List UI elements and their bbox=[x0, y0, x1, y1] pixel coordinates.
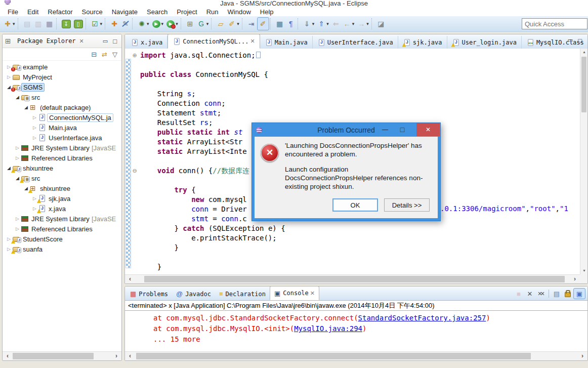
new-java-project-button[interactable]: ⊞ bbox=[185, 18, 196, 30]
close-tab-icon[interactable] bbox=[250, 38, 255, 45]
generate-button[interactable]: G▾ bbox=[196, 18, 211, 30]
collapse-all-button[interactable]: ⊟ bbox=[91, 51, 97, 58]
print-button[interactable]: ▦ bbox=[44, 18, 55, 30]
maximize-view-button[interactable] bbox=[110, 37, 119, 45]
close-tab-icon[interactable] bbox=[310, 290, 315, 297]
tree-item-x-java[interactable]: x.java bbox=[3, 203, 121, 214]
expander-collapsed-icon[interactable] bbox=[14, 145, 21, 150]
menu-edit[interactable]: Edit bbox=[23, 8, 43, 16]
dialog-close-button[interactable] bbox=[416, 123, 440, 136]
console-tab-javadoc[interactable]: @Javadoc bbox=[172, 288, 215, 300]
tree-item-userinterface-java[interactable]: UserInterface.java bbox=[3, 133, 121, 143]
editor-tab-main-java[interactable]: Main.java bbox=[260, 36, 313, 49]
package-explorer-hscrollbar[interactable] bbox=[3, 351, 121, 360]
show-elements-button[interactable]: ▦ bbox=[274, 18, 285, 30]
new-wizard-button[interactable]: ✚▾ bbox=[2, 18, 17, 30]
dropdown-arrow-icon[interactable]: ▾ bbox=[13, 21, 15, 26]
scroll-down-icon[interactable] bbox=[580, 267, 588, 274]
last-edit-location-button[interactable]: ⇥ bbox=[246, 18, 257, 30]
stack-trace-link[interactable]: MysqlIO.java:294 bbox=[294, 324, 362, 333]
dropdown-arrow-icon[interactable]: ▾ bbox=[237, 21, 239, 26]
tree-item-src[interactable]: src bbox=[3, 173, 121, 183]
tree-item-connectionmysql-ja[interactable]: ConnectionMySQL.ja bbox=[3, 112, 121, 122]
dropdown-arrow-icon[interactable]: ▾ bbox=[326, 21, 329, 26]
menu-source[interactable]: Source bbox=[77, 8, 107, 16]
stack-trace-link[interactable]: StandardSocketFactory.java:257 bbox=[358, 314, 486, 322]
tree-item-studentscore[interactable]: StudentScore bbox=[3, 234, 121, 244]
console-tab-problems[interactable]: ▦Problems bbox=[126, 288, 172, 300]
dropdown-arrow-icon[interactable]: ▾ bbox=[206, 21, 209, 26]
debug-button[interactable]: ✺▾ bbox=[136, 18, 151, 30]
hscroll-thumb[interactable] bbox=[13, 353, 94, 359]
scroll-right-icon[interactable] bbox=[112, 352, 120, 360]
next-annotation-button[interactable]: ⇓▾ bbox=[302, 18, 316, 30]
tree-item-jre-system-library[interactable]: JRE System Library[JavaSE bbox=[3, 143, 121, 153]
editor-vscrollbar[interactable] bbox=[580, 49, 587, 274]
dropdown-arrow-icon[interactable]: ▾ bbox=[312, 21, 315, 26]
editor-tab-connectionmysql-[interactable]: ConnectionMySQL... bbox=[167, 34, 260, 49]
tree-item-src[interactable]: src bbox=[3, 92, 121, 102]
android-avd-manager-button[interactable]: ▯ bbox=[72, 18, 85, 30]
insert-mode-button[interactable]: ✎ bbox=[120, 18, 131, 30]
vscroll-thumb[interactable] bbox=[581, 57, 586, 112]
run-button[interactable]: ▶▾ bbox=[151, 18, 165, 30]
expander-collapsed-icon[interactable] bbox=[6, 74, 12, 79]
expander-expanded-icon[interactable] bbox=[23, 105, 29, 110]
new-java-class-button[interactable]: ✚ bbox=[109, 18, 120, 30]
tree-item-main-java[interactable]: Main.java bbox=[3, 122, 121, 133]
menu-refactor[interactable]: Refactor bbox=[43, 8, 77, 16]
scroll-left-icon[interactable] bbox=[126, 352, 134, 360]
menu-navigate[interactable]: Navigate bbox=[107, 8, 142, 16]
menu-window[interactable]: Window bbox=[223, 8, 256, 16]
scroll-up-icon[interactable] bbox=[580, 49, 588, 56]
run-external-tools-button[interactable]: ▶▾ bbox=[165, 18, 180, 30]
back-button[interactable]: ←▾ bbox=[342, 18, 356, 30]
expander-collapsed-icon[interactable] bbox=[31, 125, 38, 130]
dropdown-arrow-icon[interactable]: ▾ bbox=[100, 21, 103, 26]
hscroll-thumb[interactable] bbox=[136, 353, 531, 359]
tree-item-sgms[interactable]: SGMS bbox=[3, 82, 121, 92]
console-tab-console[interactable]: ▣Console bbox=[270, 286, 319, 300]
close-view-icon[interactable] bbox=[79, 38, 84, 45]
dropdown-arrow-icon[interactable]: ▾ bbox=[176, 21, 178, 26]
menu-help[interactable]: Help bbox=[256, 8, 278, 16]
editor-tab-sjk-java[interactable]: sjk.java bbox=[398, 36, 447, 49]
back-history-button[interactable]: ⇐ bbox=[330, 18, 342, 30]
toggle-mark-occurrences-button[interactable]: ✐ bbox=[257, 17, 269, 30]
tree-item-referenced-libraries[interactable]: Referenced Libraries bbox=[3, 153, 121, 163]
import-wizard-button[interactable]: ▱ bbox=[215, 18, 226, 30]
scroll-left-icon[interactable] bbox=[126, 275, 134, 283]
editor-tab-user-login-java[interactable]: User_login.java bbox=[447, 36, 522, 49]
fold-expand-icon[interactable] bbox=[132, 52, 138, 58]
scroll-right-icon[interactable] bbox=[571, 275, 579, 283]
scroll-left-icon[interactable] bbox=[4, 352, 12, 360]
tree-item-sjk-java[interactable]: sjk.java bbox=[3, 193, 121, 203]
dialog-titlebar[interactable]: Problem Occurred bbox=[252, 123, 440, 137]
forward-button[interactable]: →▾ bbox=[356, 18, 370, 30]
quick-access-input[interactable] bbox=[522, 18, 587, 29]
previous-annotation-button[interactable]: ⇑▾ bbox=[316, 18, 330, 30]
details-button[interactable]: Details >> bbox=[384, 198, 430, 212]
brush-button[interactable]: ✐▾ bbox=[226, 18, 241, 30]
pin-console-button[interactable]: ▣ bbox=[573, 288, 585, 299]
scroll-right-icon[interactable] bbox=[578, 352, 586, 360]
maximize-editor-button[interactable] bbox=[575, 37, 584, 45]
terminate-button[interactable]: ■ bbox=[513, 289, 524, 299]
scroll-lock-button[interactable] bbox=[562, 289, 573, 299]
android-sdk-manager-button[interactable]: ↧ bbox=[60, 18, 72, 30]
expander-collapsed-icon[interactable] bbox=[31, 115, 38, 120]
remove-launch-button[interactable]: ✕ bbox=[524, 289, 535, 299]
menu-run[interactable]: Run bbox=[202, 8, 223, 16]
view-menu-button[interactable]: ▽ bbox=[112, 51, 117, 58]
dropdown-arrow-icon[interactable]: ▾ bbox=[366, 21, 369, 26]
minimize-editor-button[interactable] bbox=[565, 37, 575, 45]
editor-hscrollbar[interactable] bbox=[125, 274, 580, 283]
hscroll-thumb[interactable] bbox=[144, 276, 565, 282]
dropdown-arrow-icon[interactable]: ▾ bbox=[352, 21, 355, 26]
dialog-minimize-button[interactable] bbox=[379, 123, 392, 136]
remove-all-terminated-button[interactable]: ✕✕ bbox=[535, 289, 547, 299]
tree-item--default-package-[interactable]: (default package) bbox=[3, 102, 121, 112]
expander-collapsed-icon[interactable] bbox=[14, 155, 21, 160]
tree-item-myproject[interactable]: MyProject bbox=[3, 72, 121, 82]
expander-expanded-icon[interactable] bbox=[14, 95, 21, 100]
